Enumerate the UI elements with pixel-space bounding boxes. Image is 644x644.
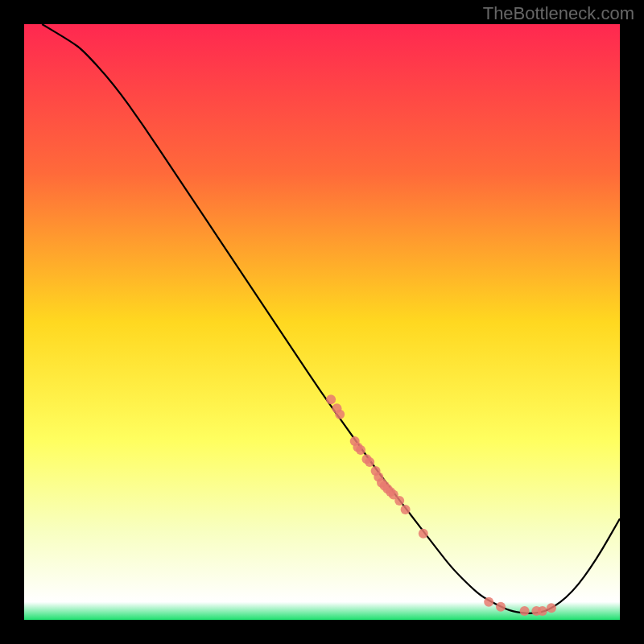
data-point <box>394 496 404 506</box>
data-point <box>401 505 411 514</box>
data-point <box>419 529 428 539</box>
data-point <box>520 606 530 616</box>
watermark-text: TheBottleneck.com <box>483 3 634 24</box>
data-point <box>538 606 547 616</box>
data-point <box>356 445 365 455</box>
data-point <box>484 597 493 607</box>
data-point <box>326 394 336 404</box>
data-point <box>496 602 506 612</box>
data-point <box>547 603 556 613</box>
plot-area <box>24 24 620 620</box>
chart-background <box>24 24 620 620</box>
data-point <box>335 410 345 419</box>
chart-svg <box>24 24 620 620</box>
data-point <box>365 457 374 467</box>
